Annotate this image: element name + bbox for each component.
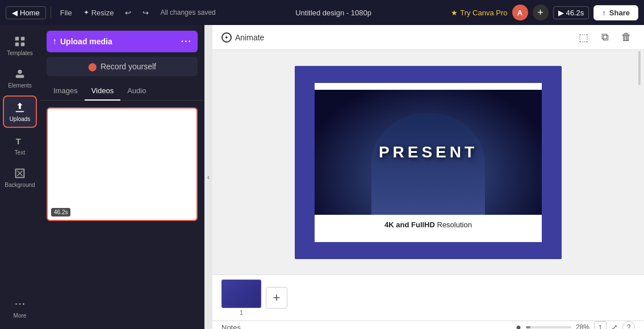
share-button[interactable]: ↑ Share — [593, 5, 638, 20]
hide-panel-button[interactable]: ‹ — [204, 25, 212, 329]
try-pro-button[interactable]: ★ Try Canva Pro — [451, 9, 507, 17]
text-icon: T — [14, 135, 26, 147]
present-text: PRESENT — [379, 143, 478, 161]
timer-label: 46.2s — [566, 9, 584, 17]
sidebar-item-text-label: Text — [15, 149, 25, 156]
try-pro-label: Try Canva Pro — [460, 9, 507, 17]
copy-button[interactable]: ⧉ — [596, 29, 613, 46]
canvas-area: ✦ Animate ⬚ ⧉ 🗑 — [212, 25, 644, 329]
tab-audio[interactable]: Audio — [120, 82, 153, 101]
thumb-preview — [48, 109, 196, 220]
new-tab-button[interactable]: ⬚ — [575, 29, 592, 46]
saved-status: All changes saved — [160, 9, 215, 16]
sidebar-item-elements[interactable]: Elements — [3, 63, 37, 93]
svg-text:T: T — [16, 137, 21, 146]
slide-thumb-1[interactable] — [221, 280, 261, 308]
record-label: Record yourself — [101, 62, 156, 71]
upload-media-button[interactable]: ↑ Upload media ··· — [47, 31, 198, 52]
resize-icon: ✦ — [83, 9, 89, 16]
animate-icon: ✦ — [221, 32, 232, 43]
media-tabs: Images Videos Audio — [40, 82, 204, 101]
record-icon: ⬤ — [88, 62, 97, 71]
delete-button[interactable]: 🗑 — [618, 29, 635, 46]
canvas-scroll[interactable]: PRESENT 4K and FullHD Resolution — [212, 50, 644, 274]
tab-videos-label: Videos — [91, 86, 114, 95]
add-slide-button[interactable]: + — [266, 287, 287, 309]
zoom-slider-fill — [526, 326, 530, 328]
undo-icon: ↩ — [125, 9, 131, 17]
chevron-left-icon: ◀ — [12, 9, 18, 17]
slide-thumb-wrapper-1: 1 — [221, 280, 261, 316]
media-panel: ↑ Upload media ··· ⬤ Record yourself Ima… — [40, 25, 204, 329]
help-button[interactable]: ? — [622, 321, 635, 329]
svg-rect-2 — [15, 43, 19, 46]
sidebar-item-elements-label: Elements — [8, 82, 32, 89]
sidebar-item-background[interactable]: Background — [3, 163, 37, 193]
svg-rect-3 — [21, 43, 24, 46]
caption-text: 4K and FullHD Resolution — [384, 220, 472, 229]
slide-caption: 4K and FullHD Resolution — [379, 215, 478, 235]
tab-audio-label: Audio — [127, 86, 146, 95]
avatar[interactable]: A — [512, 5, 528, 20]
share-icon: ↑ — [602, 9, 606, 17]
design-title-area: Untitled design - 1080p — [218, 9, 449, 17]
fullscreen-button[interactable]: ⤢ — [611, 323, 618, 329]
canvas-toolbar: ✦ Animate ⬚ ⧉ 🗑 — [212, 25, 644, 50]
sidebar-item-uploads[interactable]: Uploads — [3, 95, 37, 128]
svg-point-8 — [15, 303, 17, 305]
file-button[interactable]: File — [56, 7, 77, 19]
design-title: Untitled design - 1080p — [295, 9, 371, 17]
thumb-duration: 46.2s — [51, 208, 70, 216]
upload-dots: ··· — [181, 36, 192, 47]
elements-icon — [14, 68, 26, 80]
zoom-slider[interactable] — [526, 326, 571, 328]
sidebar-item-background-label: Background — [5, 182, 35, 188]
svg-rect-6 — [16, 111, 24, 112]
upload-media-label: Upload media — [60, 37, 112, 46]
svg-point-10 — [23, 303, 24, 305]
record-yourself-button[interactable]: ⬤ Record yourself — [47, 57, 198, 76]
vertical-scrollbar[interactable] — [637, 50, 642, 274]
page-num: 1 — [599, 324, 602, 329]
undo-button[interactable]: ↩ — [120, 7, 136, 19]
add-button[interactable]: + — [533, 5, 549, 20]
svg-rect-1 — [21, 37, 24, 40]
sidebar-item-uploads-label: Uploads — [10, 116, 31, 122]
media-thumb-1[interactable]: 46.2s — [47, 107, 198, 221]
page-num-box: 1 — [594, 321, 607, 329]
icon-sidebar: Templates Elements Uploads T Text Backgr… — [0, 25, 40, 329]
avatar-letter: A — [517, 9, 522, 17]
slide-inner: PRESENT 4K and FullHD Resolution — [315, 83, 542, 242]
bottom-bar: 1 + Notes ● 28% 1 — [212, 274, 644, 329]
file-label: File — [60, 9, 72, 17]
sidebar-item-text[interactable]: T Text — [3, 130, 37, 160]
panel-top: ↑ Upload media ··· ⬤ Record yourself — [40, 25, 204, 82]
slide-thumbs: 1 + — [221, 280, 287, 316]
star-icon: ★ — [451, 9, 458, 17]
tab-images-label: Images — [53, 86, 78, 95]
chevron-left-icon: ‹ — [207, 173, 210, 181]
svg-rect-0 — [15, 37, 19, 40]
notes-dot: ● — [516, 322, 521, 329]
thumb-inner — [223, 281, 260, 307]
zoom-percent: 28% — [576, 323, 589, 329]
svg-point-9 — [19, 303, 21, 305]
notes-right-area: ● 28% 1 ⤢ ? — [248, 321, 635, 329]
redo-button[interactable]: ↪ — [138, 7, 153, 19]
timeline-row: 1 + — [212, 275, 644, 321]
grid-icon — [14, 35, 26, 48]
timer-button[interactable]: ▶ 46.2s — [553, 6, 589, 19]
tab-images[interactable]: Images — [47, 82, 85, 101]
home-button[interactable]: ◀ Home — [6, 6, 46, 19]
slide-canvas: PRESENT 4K and FullHD Resolution — [295, 66, 562, 259]
toolbar-right: ⬚ ⧉ 🗑 — [575, 29, 635, 46]
sidebar-item-more[interactable]: More — [3, 293, 37, 323]
sidebar-item-templates-label: Templates — [7, 50, 33, 56]
sidebar-item-templates[interactable]: Templates — [3, 31, 37, 61]
resize-button[interactable]: ✦ Resize — [79, 7, 119, 19]
animate-button[interactable]: ✦ Animate — [221, 32, 264, 43]
svg-point-4 — [18, 70, 22, 74]
tab-videos[interactable]: Videos — [85, 82, 121, 101]
panel-content: 46.2s — [40, 101, 204, 329]
upload-icon — [14, 101, 26, 114]
